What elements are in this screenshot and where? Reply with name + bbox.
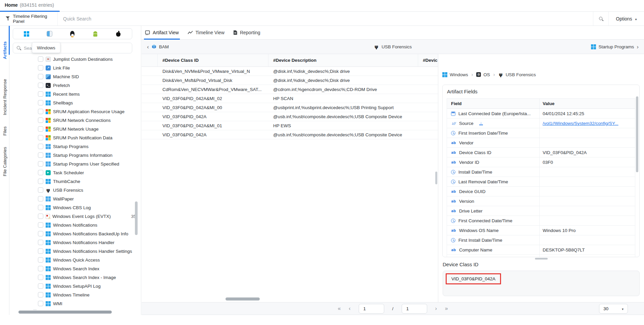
column-header-device-clipped[interactable]: #Devic: [418, 54, 438, 66]
current-page-input[interactable]: [363, 306, 384, 311]
column-header-device-description[interactable]: #Device Description: [268, 54, 418, 66]
os-tab-linux[interactable]: [63, 29, 82, 39]
artifact-list-item[interactable]: Windows Timeline: [9, 290, 141, 299]
artifact-list-item[interactable]: Startup Programs: [9, 142, 141, 151]
artifact-list-item[interactable]: Windows Notifications Handler Settings: [9, 247, 141, 256]
page-size-dropdown[interactable]: 30: [599, 304, 628, 314]
os-tab-macos[interactable]: [40, 29, 59, 39]
nav-prev-artifact[interactable]: BAM: [147, 44, 169, 50]
field-row[interactable]: Windows OS Name Windows 10 Pro: [447, 226, 635, 235]
rail-tab-files[interactable]: Files: [0, 124, 9, 138]
artifact-list-item[interactable]: Shellbags: [9, 98, 141, 107]
previous-page-button[interactable]: [349, 306, 350, 311]
field-row[interactable]: Vendor: [447, 138, 635, 148]
breadcrumb-os[interactable]: OS: [476, 72, 490, 77]
column-menu-icon[interactable]: [433, 57, 437, 63]
field-row[interactable]: Device Class ID VID_03F0&PID_042A: [447, 148, 635, 157]
artifact-list-item[interactable]: Windows Notifications: [9, 221, 141, 229]
artifact-checkbox[interactable]: [38, 205, 43, 210]
field-row[interactable]: Source /vol1//Windows/System32/config/SY…: [447, 119, 635, 128]
artifact-list-item[interactable]: Task Scheduler: [9, 168, 141, 177]
field-column-header[interactable]: Field: [447, 99, 540, 108]
artifact-list-item[interactable]: Startup Programs User Specified: [9, 159, 141, 168]
artifact-list-item[interactable]: SRUM Network Connections: [9, 116, 141, 125]
artifact-checkbox[interactable]: [38, 283, 43, 289]
artifact-checkbox[interactable]: [38, 144, 43, 149]
artifact-checkbox[interactable]: [38, 231, 43, 236]
artifact-checkbox[interactable]: [38, 161, 43, 167]
device-row[interactable]: CdRom&Ven_NECVMWar&Prod_VMware_SAT... @c…: [142, 85, 438, 94]
sidebar-horizontal-scrollbar[interactable]: [18, 311, 112, 314]
artifact-list-item[interactable]: Machine SID: [9, 72, 141, 81]
artifact-list-item[interactable]: Link File: [9, 63, 141, 72]
field-row[interactable]: Drive Letter: [447, 206, 635, 216]
field-row[interactable]: Volume Name: [447, 255, 635, 257]
table-vertical-scrollbar[interactable]: [435, 172, 437, 184]
artifact-checkbox[interactable]: [38, 275, 43, 280]
panel-resize-handle[interactable]: [535, 258, 548, 260]
artifact-list-item[interactable]: Windows Search Index: [9, 264, 141, 273]
tab-timeline-view[interactable]: Timeline View: [188, 26, 225, 39]
artifact-list-item[interactable]: Startup Programs Information: [9, 151, 141, 159]
value-column-header[interactable]: Value: [540, 99, 635, 108]
artifact-checkbox[interactable]: [38, 170, 43, 175]
artifact-list-item[interactable]: Windows SetupAPI Log: [9, 282, 141, 290]
next-page-button[interactable]: [435, 306, 437, 311]
artifact-checkbox[interactable]: [38, 74, 43, 79]
sidebar-vertical-scrollbar[interactable]: [135, 201, 138, 235]
artifact-list-item[interactable]: SRUM Push Notification Data: [9, 133, 141, 142]
quick-search-input[interactable]: [58, 12, 593, 26]
artifact-checkbox[interactable]: [38, 83, 43, 88]
artifact-list-item[interactable]: Windows CBS Log: [9, 203, 141, 212]
rail-tab-file-categories[interactable]: File Categories: [0, 142, 9, 181]
os-tab-android[interactable]: [86, 29, 105, 39]
artifact-checkbox[interactable]: [38, 214, 43, 219]
artifact-checkbox[interactable]: [38, 240, 43, 245]
artifact-checkbox[interactable]: [38, 196, 43, 201]
field-row[interactable]: Install Date/Time: [447, 167, 635, 177]
artifact-checkbox[interactable]: [38, 187, 43, 193]
artifact-checkbox[interactable]: [38, 100, 43, 105]
artifact-checkbox[interactable]: [38, 266, 43, 271]
artifact-checkbox[interactable]: [38, 152, 43, 158]
artifact-list-item[interactable]: Prefetch: [9, 81, 141, 90]
artifact-checkbox[interactable]: [38, 109, 43, 114]
artifact-checkbox[interactable]: [38, 135, 43, 140]
artifact-list-item[interactable]: WMI: [9, 299, 141, 308]
field-row[interactable]: Last Removal Date/Time: [447, 177, 635, 187]
artifact-list-item[interactable]: Recent Items: [9, 90, 141, 98]
rail-tab-incident-response[interactable]: Incident Response: [0, 74, 9, 121]
first-page-button[interactable]: [338, 306, 341, 311]
artifact-list-item[interactable]: Windows Quick Access: [9, 256, 141, 264]
breadcrumb-windows[interactable]: Windows: [442, 72, 468, 77]
rail-tab-artifacts[interactable]: Artifacts: [0, 39, 9, 62]
fields-vertical-scrollbar[interactable]: [636, 96, 638, 172]
artifact-other-files[interactable]: Other Files: [9, 308, 141, 310]
options-dropdown[interactable]: Options: [608, 12, 644, 26]
artifact-checkbox[interactable]: [38, 126, 43, 132]
last-page-button[interactable]: [445, 306, 448, 311]
device-row[interactable]: VID_03F0&PID_042A&MI_01 HP EWS: [142, 121, 438, 130]
field-row[interactable]: First Insertion Date/Time: [447, 128, 635, 138]
field-value[interactable]: /vol1//Windows/System32/config/SY...: [543, 121, 618, 126]
field-row[interactable]: Vendor ID 03F0: [447, 157, 635, 167]
os-tab-apple[interactable]: [109, 29, 128, 39]
field-row[interactable]: Version: [447, 196, 635, 206]
artifact-list-item[interactable]: SRUM Network Usage: [9, 125, 141, 133]
field-row[interactable]: Device GUID: [447, 187, 635, 196]
artifact-list-item[interactable]: USB Forensics: [9, 186, 141, 194]
artifact-list-item[interactable]: ThumbCache: [9, 177, 141, 186]
artifact-checkbox[interactable]: [38, 301, 43, 306]
field-row[interactable]: Last Connected Date (Europe/Ista... 04/0…: [447, 109, 635, 119]
tab-home[interactable]: Home (834151 entries): [5, 2, 54, 8]
artifact-checkbox[interactable]: [38, 222, 43, 228]
artifact-list-item[interactable]: WallPaper: [9, 194, 141, 203]
tab-artifact-view[interactable]: Artifact View: [145, 26, 179, 39]
field-row[interactable]: First Connected Date/Time: [447, 216, 635, 226]
field-row[interactable]: Computer Name DESKTOP-5B8Q7LT: [447, 245, 635, 255]
artifact-checkbox[interactable]: [38, 56, 43, 62]
device-row[interactable]: VID_03F0&PID_042A @usb.inf,%usb\composit…: [142, 130, 438, 139]
artifact-list-item[interactable]: Windows Notifications Handler: [9, 238, 141, 247]
artifact-checkbox[interactable]: [38, 292, 43, 297]
artifact-checkbox[interactable]: [38, 179, 43, 184]
